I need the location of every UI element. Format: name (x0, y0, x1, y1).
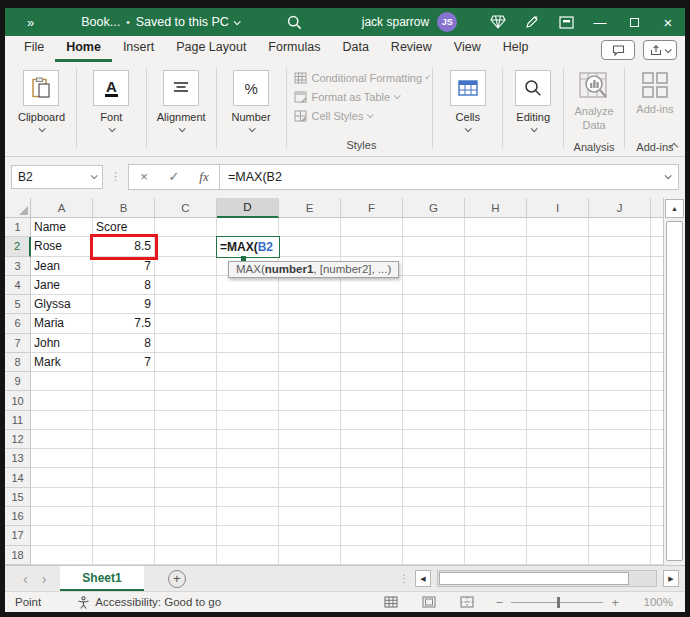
cell-E4[interactable] (279, 276, 341, 295)
cell-C8[interactable] (155, 353, 217, 372)
cell-E16[interactable] (279, 507, 341, 526)
cell-F2[interactable] (341, 237, 403, 256)
cell-B5[interactable]: 9 (93, 295, 155, 314)
cell-B18[interactable] (93, 546, 155, 565)
vertical-scrollbar[interactable]: ▲ (663, 198, 685, 565)
cell-H18[interactable] (465, 546, 527, 565)
analyze-data-button[interactable]: Analyze Data (568, 70, 620, 133)
cell-E5[interactable] (279, 295, 341, 314)
cell-E2[interactable] (279, 237, 341, 256)
cell-A7[interactable]: John (31, 334, 93, 353)
cell-E15[interactable] (279, 488, 341, 507)
scroll-up-arrow[interactable]: ▲ (665, 199, 684, 218)
cell-partial[interactable] (651, 449, 663, 468)
cell-G6[interactable] (403, 314, 465, 333)
cell-J15[interactable] (589, 488, 651, 507)
cell-B14[interactable] (93, 468, 155, 487)
cell-H14[interactable] (465, 468, 527, 487)
cell-H17[interactable] (465, 526, 527, 545)
zoom-in-button[interactable]: + (611, 595, 619, 610)
cell-partial[interactable] (651, 334, 663, 353)
cell-J17[interactable] (589, 526, 651, 545)
cell-D8[interactable] (217, 353, 279, 372)
cell-F4[interactable] (341, 276, 403, 295)
cell-J13[interactable] (589, 449, 651, 468)
tab-home[interactable]: Home (55, 36, 112, 62)
cell-C17[interactable] (155, 526, 217, 545)
cell-C4[interactable] (155, 276, 217, 295)
cell-C6[interactable] (155, 314, 217, 333)
row-header-11[interactable]: 11 (5, 411, 31, 430)
cell-A6[interactable]: Maria (31, 314, 93, 333)
prev-sheet-arrow[interactable]: ‹ (23, 571, 28, 587)
row-header-5[interactable]: 5 (5, 295, 31, 314)
cell-B2[interactable]: 8.5 (93, 237, 155, 256)
cell-C7[interactable] (155, 334, 217, 353)
cell-G2[interactable] (403, 237, 465, 256)
column-header-A[interactable]: A (31, 198, 93, 218)
cell-partial[interactable] (651, 488, 663, 507)
cell-D9[interactable] (217, 372, 279, 391)
tab-formulas[interactable]: Formulas (257, 36, 331, 62)
cell-G10[interactable] (403, 391, 465, 410)
confirm-entry-button[interactable]: ✓ (159, 169, 189, 184)
cell-B4[interactable]: 8 (93, 276, 155, 295)
cell-H10[interactable] (465, 391, 527, 410)
cell-partial[interactable] (651, 507, 663, 526)
cell-I7[interactable] (527, 334, 589, 353)
format-as-table-button[interactable]: Format as Table (294, 87, 428, 106)
cell-D5[interactable] (217, 295, 279, 314)
cell-J1[interactable] (589, 218, 651, 237)
horizontal-scrollbar[interactable] (437, 570, 657, 587)
cell-B8[interactable]: 7 (93, 353, 155, 372)
row-header-16[interactable]: 16 (5, 507, 31, 526)
cell-H9[interactable] (465, 372, 527, 391)
cell-D6[interactable] (217, 314, 279, 333)
row-header-3[interactable]: 3 (5, 257, 31, 276)
ribbon-display-options-icon[interactable] (549, 8, 583, 36)
cell-styles-button[interactable]: Cell Styles (294, 106, 428, 125)
cell-B17[interactable] (93, 526, 155, 545)
cell-F10[interactable] (341, 391, 403, 410)
page-layout-view-icon[interactable] (422, 596, 436, 608)
cell-A17[interactable] (31, 526, 93, 545)
cell-J9[interactable] (589, 372, 651, 391)
cell-G12[interactable] (403, 430, 465, 449)
cell-B7[interactable]: 8 (93, 334, 155, 353)
cell-I14[interactable] (527, 468, 589, 487)
cell-F14[interactable] (341, 468, 403, 487)
cell-A14[interactable] (31, 468, 93, 487)
cell-D10[interactable] (217, 391, 279, 410)
cell-H15[interactable] (465, 488, 527, 507)
cell-A1[interactable]: Name (31, 218, 93, 237)
row-header-7[interactable]: 7 (5, 334, 31, 353)
cell-J4[interactable] (589, 276, 651, 295)
font-group-button[interactable]: A Font (81, 66, 142, 154)
page-break-preview-icon[interactable] (460, 596, 474, 608)
cell-I12[interactable] (527, 430, 589, 449)
cell-C16[interactable] (155, 507, 217, 526)
cell-H2[interactable] (465, 237, 527, 256)
cell-G11[interactable] (403, 411, 465, 430)
cell-D17[interactable] (217, 526, 279, 545)
cell-E13[interactable] (279, 449, 341, 468)
cell-J6[interactable] (589, 314, 651, 333)
cell-C2[interactable] (155, 237, 217, 256)
cell-E8[interactable] (279, 353, 341, 372)
cell-D12[interactable] (217, 430, 279, 449)
cell-B9[interactable] (93, 372, 155, 391)
row-header-13[interactable]: 13 (5, 449, 31, 468)
quick-access-overflow-button[interactable]: » (27, 15, 33, 30)
cell-partial[interactable] (651, 411, 663, 430)
cell-I15[interactable] (527, 488, 589, 507)
cell-H13[interactable] (465, 449, 527, 468)
cell-C18[interactable] (155, 546, 217, 565)
cell-I11[interactable] (527, 411, 589, 430)
cell-E18[interactable] (279, 546, 341, 565)
cell-J5[interactable] (589, 295, 651, 314)
cell-A3[interactable]: Jean (31, 257, 93, 276)
new-sheet-button[interactable]: + (168, 570, 186, 588)
expand-formula-bar-chevron[interactable] (665, 172, 672, 179)
cell-E10[interactable] (279, 391, 341, 410)
row-header-18[interactable]: 18 (5, 546, 31, 565)
